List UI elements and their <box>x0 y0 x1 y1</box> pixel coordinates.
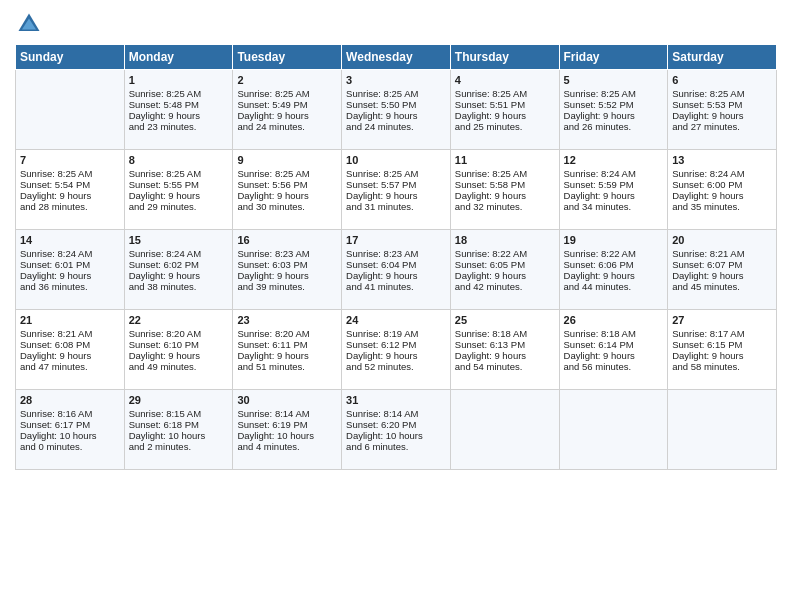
calendar-cell: 18Sunrise: 8:22 AMSunset: 6:05 PMDayligh… <box>450 230 559 310</box>
cell-line: Sunset: 5:59 PM <box>564 179 664 190</box>
day-number: 8 <box>129 154 229 166</box>
calendar-cell: 15Sunrise: 8:24 AMSunset: 6:02 PMDayligh… <box>124 230 233 310</box>
cell-line: Daylight: 9 hours <box>237 110 337 121</box>
cell-line: Sunset: 6:18 PM <box>129 419 229 430</box>
day-number: 29 <box>129 394 229 406</box>
cell-line: Daylight: 9 hours <box>237 350 337 361</box>
cell-line: Daylight: 9 hours <box>672 110 772 121</box>
day-number: 23 <box>237 314 337 326</box>
day-number: 7 <box>20 154 120 166</box>
calendar-cell: 27Sunrise: 8:17 AMSunset: 6:15 PMDayligh… <box>668 310 777 390</box>
calendar-cell: 30Sunrise: 8:14 AMSunset: 6:19 PMDayligh… <box>233 390 342 470</box>
cell-line: Sunset: 6:15 PM <box>672 339 772 350</box>
cell-line: Sunset: 6:08 PM <box>20 339 120 350</box>
cell-line: Sunrise: 8:25 AM <box>672 88 772 99</box>
cell-line: Sunset: 6:19 PM <box>237 419 337 430</box>
day-number: 6 <box>672 74 772 86</box>
day-number: 30 <box>237 394 337 406</box>
calendar-cell: 14Sunrise: 8:24 AMSunset: 6:01 PMDayligh… <box>16 230 125 310</box>
cell-line: Daylight: 9 hours <box>564 110 664 121</box>
calendar-cell: 31Sunrise: 8:14 AMSunset: 6:20 PMDayligh… <box>342 390 451 470</box>
calendar-cell: 13Sunrise: 8:24 AMSunset: 6:00 PMDayligh… <box>668 150 777 230</box>
cell-line: Daylight: 9 hours <box>455 350 555 361</box>
calendar-cell: 21Sunrise: 8:21 AMSunset: 6:08 PMDayligh… <box>16 310 125 390</box>
day-number: 24 <box>346 314 446 326</box>
day-number: 4 <box>455 74 555 86</box>
cell-line: and 36 minutes. <box>20 281 120 292</box>
cell-line: Sunset: 6:06 PM <box>564 259 664 270</box>
cell-line: Sunset: 5:48 PM <box>129 99 229 110</box>
cell-line: Sunset: 5:57 PM <box>346 179 446 190</box>
cell-line: Daylight: 9 hours <box>346 110 446 121</box>
cell-line: and 41 minutes. <box>346 281 446 292</box>
cell-line: Sunrise: 8:14 AM <box>346 408 446 419</box>
logo <box>15 10 47 38</box>
day-header-monday: Monday <box>124 45 233 70</box>
calendar-cell <box>450 390 559 470</box>
cell-line: and 54 minutes. <box>455 361 555 372</box>
day-number: 31 <box>346 394 446 406</box>
cell-line: Daylight: 9 hours <box>346 350 446 361</box>
day-number: 16 <box>237 234 337 246</box>
cell-line: Sunrise: 8:23 AM <box>346 248 446 259</box>
calendar-cell <box>559 390 668 470</box>
cell-line: Sunset: 6:05 PM <box>455 259 555 270</box>
cell-line: and 2 minutes. <box>129 441 229 452</box>
day-number: 14 <box>20 234 120 246</box>
cell-line: and 0 minutes. <box>20 441 120 452</box>
cell-line: Sunset: 6:14 PM <box>564 339 664 350</box>
day-header-friday: Friday <box>559 45 668 70</box>
cell-line: Sunset: 6:17 PM <box>20 419 120 430</box>
day-number: 21 <box>20 314 120 326</box>
cell-line: Sunrise: 8:19 AM <box>346 328 446 339</box>
cell-line: Sunrise: 8:25 AM <box>20 168 120 179</box>
cell-line: Daylight: 10 hours <box>129 430 229 441</box>
cell-line: Sunrise: 8:25 AM <box>346 88 446 99</box>
calendar-cell: 4Sunrise: 8:25 AMSunset: 5:51 PMDaylight… <box>450 70 559 150</box>
cell-line: Sunrise: 8:20 AM <box>237 328 337 339</box>
cell-line: and 58 minutes. <box>672 361 772 372</box>
cell-line: Sunrise: 8:25 AM <box>455 168 555 179</box>
page-container: SundayMondayTuesdayWednesdayThursdayFrid… <box>0 0 792 480</box>
calendar-cell: 25Sunrise: 8:18 AMSunset: 6:13 PMDayligh… <box>450 310 559 390</box>
cell-line: Daylight: 9 hours <box>564 270 664 281</box>
cell-line: Sunset: 6:07 PM <box>672 259 772 270</box>
week-row-1: 1Sunrise: 8:25 AMSunset: 5:48 PMDaylight… <box>16 70 777 150</box>
cell-line: Daylight: 9 hours <box>455 270 555 281</box>
cell-line: and 23 minutes. <box>129 121 229 132</box>
calendar-cell <box>16 70 125 150</box>
day-number: 13 <box>672 154 772 166</box>
calendar-cell: 17Sunrise: 8:23 AMSunset: 6:04 PMDayligh… <box>342 230 451 310</box>
day-header-tuesday: Tuesday <box>233 45 342 70</box>
day-number: 5 <box>564 74 664 86</box>
day-number: 20 <box>672 234 772 246</box>
week-row-3: 14Sunrise: 8:24 AMSunset: 6:01 PMDayligh… <box>16 230 777 310</box>
cell-line: Sunrise: 8:18 AM <box>455 328 555 339</box>
cell-line: Sunset: 5:54 PM <box>20 179 120 190</box>
day-number: 11 <box>455 154 555 166</box>
cell-line: Sunrise: 8:25 AM <box>237 168 337 179</box>
day-number: 27 <box>672 314 772 326</box>
cell-line: and 28 minutes. <box>20 201 120 212</box>
cell-line: and 25 minutes. <box>455 121 555 132</box>
cell-line: Daylight: 9 hours <box>346 190 446 201</box>
day-header-sunday: Sunday <box>16 45 125 70</box>
calendar-cell: 16Sunrise: 8:23 AMSunset: 6:03 PMDayligh… <box>233 230 342 310</box>
cell-line: Daylight: 9 hours <box>20 350 120 361</box>
calendar-cell: 1Sunrise: 8:25 AMSunset: 5:48 PMDaylight… <box>124 70 233 150</box>
calendar-cell: 9Sunrise: 8:25 AMSunset: 5:56 PMDaylight… <box>233 150 342 230</box>
day-number: 12 <box>564 154 664 166</box>
cell-line: and 56 minutes. <box>564 361 664 372</box>
cell-line: Daylight: 9 hours <box>455 110 555 121</box>
cell-line: Sunset: 6:01 PM <box>20 259 120 270</box>
cell-line: Sunrise: 8:24 AM <box>20 248 120 259</box>
cell-line: Sunrise: 8:15 AM <box>129 408 229 419</box>
cell-line: Daylight: 9 hours <box>455 190 555 201</box>
day-number: 17 <box>346 234 446 246</box>
cell-line: Daylight: 9 hours <box>129 270 229 281</box>
cell-line: Daylight: 9 hours <box>672 270 772 281</box>
day-number: 19 <box>564 234 664 246</box>
cell-line: and 51 minutes. <box>237 361 337 372</box>
cell-line: and 31 minutes. <box>346 201 446 212</box>
cell-line: Daylight: 9 hours <box>129 110 229 121</box>
